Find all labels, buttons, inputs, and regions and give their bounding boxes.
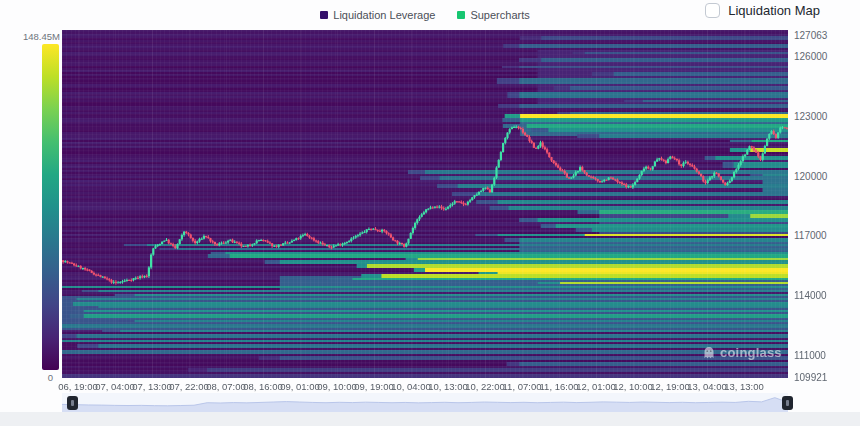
y-axis-tick: 109921 <box>794 371 827 382</box>
colorbar-min-label: 0 <box>42 372 59 383</box>
y-axis-tick: 120000 <box>794 170 827 181</box>
y-axis: 1270631260001230001200001170001140001110… <box>794 30 856 378</box>
y-axis-tick: 126000 <box>794 50 827 61</box>
legend-item-liquidation-leverage[interactable]: Liquidation Leverage <box>320 9 435 21</box>
x-axis-tick: 12, 19:00 <box>650 381 690 392</box>
x-axis-tick: 08, 16:00 <box>243 381 283 392</box>
legend-label: Liquidation Leverage <box>333 9 435 21</box>
bottom-strip <box>0 412 860 426</box>
x-axis-tick: 12, 01:00 <box>576 381 616 392</box>
heatmap-chart-canvas[interactable] <box>62 30 788 378</box>
y-axis-tick: 114000 <box>794 290 827 301</box>
x-axis-tick: 07, 13:00 <box>132 381 172 392</box>
colorbar-max-label: 148.45M <box>4 31 60 42</box>
legend-label: Supercharts <box>470 9 529 21</box>
legend-item-supercharts[interactable]: Supercharts <box>457 9 529 21</box>
x-axis-tick: 09, 19:00 <box>354 381 394 392</box>
x-axis-tick: 10, 22:00 <box>465 381 505 392</box>
x-axis-tick: 09, 01:00 <box>280 381 320 392</box>
navigator-track[interactable] <box>62 393 788 412</box>
x-axis-tick: 09, 10:00 <box>317 381 357 392</box>
liquidation-map-checkbox[interactable] <box>705 3 720 18</box>
y-axis-tick: 127063 <box>794 29 827 40</box>
x-axis-tick: 12, 10:00 <box>613 381 653 392</box>
liquidation-map-label: Liquidation Map <box>728 3 820 18</box>
navigator-left-handle[interactable] <box>67 396 78 410</box>
x-axis-tick: 10, 13:00 <box>428 381 468 392</box>
x-axis-tick: 11, 16:00 <box>540 381 579 392</box>
liquidation-map-toggle[interactable]: Liquidation Map <box>705 3 820 18</box>
y-axis-tick: 111000 <box>794 350 826 361</box>
x-axis-tick: 07, 22:00 <box>169 381 209 392</box>
liquidation-leverage-swatch-icon <box>320 11 328 19</box>
x-axis-tick: 13, 04:00 <box>687 381 727 392</box>
navigator-right-handle[interactable] <box>782 396 793 410</box>
chart-legend: Liquidation Leverage Supercharts <box>62 9 788 21</box>
y-axis-tick: 123000 <box>794 110 827 121</box>
x-axis-tick: 10, 04:00 <box>391 381 431 392</box>
x-axis-tick: 06, 19:00 <box>58 381 98 392</box>
x-axis: 06, 19:0007, 04:0007, 13:0007, 22:0008, … <box>62 381 788 393</box>
supercharts-swatch-icon <box>457 11 465 19</box>
x-axis-tick: 08, 07:00 <box>206 381 246 392</box>
x-axis-tick: 07, 04:00 <box>95 381 135 392</box>
x-axis-tick: 13, 13:00 <box>724 381 764 392</box>
y-axis-tick: 117000 <box>794 230 827 241</box>
colorbar-gradient <box>42 44 59 370</box>
liquidation-heatmap-panel: Liquidation Leverage Supercharts Liquida… <box>0 0 860 426</box>
x-axis-tick: 11, 07:00 <box>503 381 542 392</box>
